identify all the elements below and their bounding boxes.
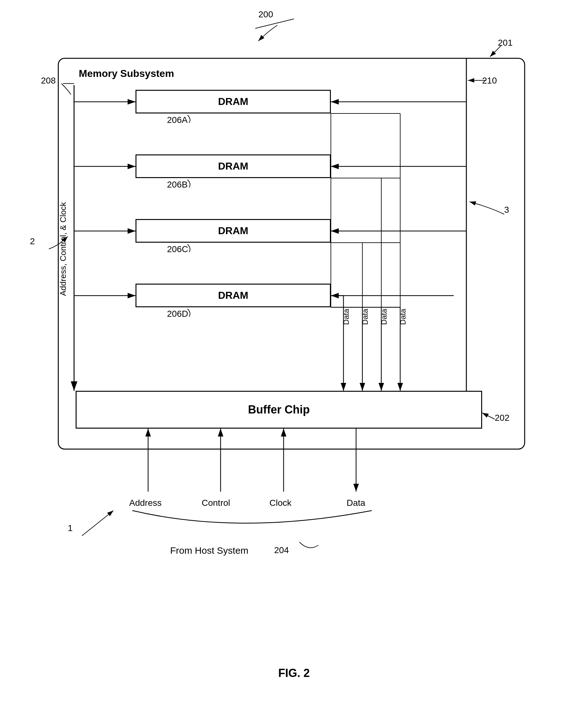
data-vertical-4: Data: [399, 309, 407, 325]
dram-b-box: DRAM: [136, 154, 331, 178]
svg-rect-4: [58, 58, 525, 449]
page: 200 201 Memory Subsystem 208 210 2 3 202…: [0, 0, 588, 705]
ref-201: 201: [498, 38, 513, 48]
fig-label: FIG. 2: [0, 666, 588, 680]
ref-2: 2: [30, 236, 35, 246]
ref-200: 200: [258, 9, 273, 19]
buffer-chip-box: Buffer Chip: [76, 391, 482, 429]
data-vertical-2: Data: [361, 309, 370, 325]
from-host-label: From Host System: [170, 545, 248, 556]
control-bottom-label: Control: [202, 498, 230, 508]
ref-210: 210: [482, 76, 497, 86]
ref-202: 202: [495, 413, 509, 423]
clock-bottom-label: Clock: [270, 498, 291, 508]
dram-a-box: DRAM: [136, 90, 331, 113]
data-vertical-1: Data: [342, 309, 351, 325]
addr-ctrl-clock-label: Address, Control, & Clock: [58, 95, 68, 404]
dram-d-box: DRAM: [136, 284, 331, 307]
data-vertical-3: Data: [380, 309, 389, 325]
dram-c-box: DRAM: [136, 219, 331, 243]
ref-3: 3: [504, 205, 509, 215]
data-bottom-label: Data: [347, 498, 365, 508]
ref-1: 1: [68, 523, 73, 533]
ref-204: 204: [274, 545, 289, 555]
address-bottom-label: Address: [129, 498, 162, 508]
svg-line-5: [255, 19, 294, 28]
ref-206b: 206B: [167, 180, 188, 190]
memory-subsystem-label: Memory Subsystem: [79, 68, 174, 80]
ref-206c: 206C: [167, 244, 188, 254]
ref-206d: 206D: [167, 309, 188, 319]
ref-206a: 206A: [167, 115, 188, 125]
svg-line-37: [482, 413, 495, 419]
ref-208: 208: [41, 76, 56, 86]
